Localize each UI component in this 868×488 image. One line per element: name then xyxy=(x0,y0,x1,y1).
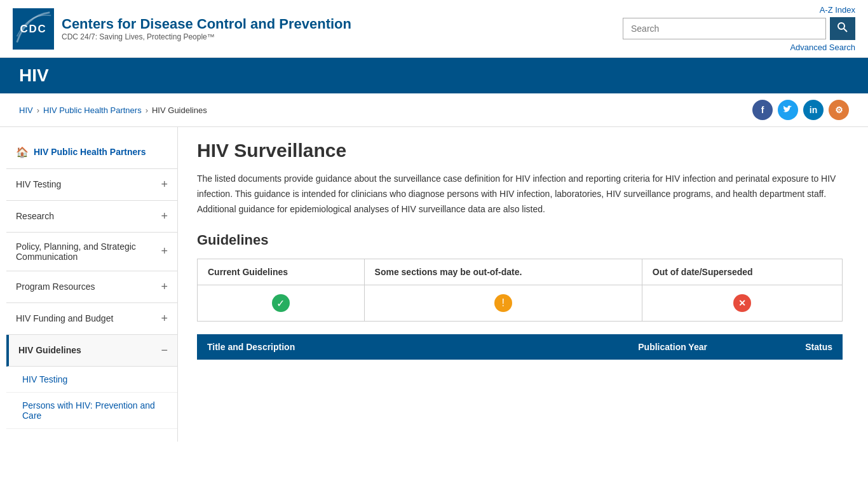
legend-check-cell: ✓ xyxy=(198,285,365,322)
page-intro: The listed documents provide guidance ab… xyxy=(197,172,843,217)
sidebar-home-link[interactable]: 🏠 HIV Public Health Partners xyxy=(6,140,177,169)
sidebar-home-label: HIV Public Health Partners xyxy=(34,146,146,159)
sidebar-expand-hiv-testing: + xyxy=(161,178,168,191)
top-bar: CDC Centers for Disease Control and Prev… xyxy=(0,0,868,58)
sidebar-item-policy[interactable]: Policy, Planning, and Strategic Communic… xyxy=(6,233,177,271)
guidelines-section-title: Guidelines xyxy=(197,232,843,248)
warn-icon: ! xyxy=(494,294,512,312)
breadcrumb-bar: HIV › HIV Public Health Partners › HIV G… xyxy=(0,93,868,127)
logo-text: Centers for Disease Control and Preventi… xyxy=(62,16,351,41)
content-area: HIV Surveillance The listed documents pr… xyxy=(178,127,862,442)
data-table-year-col: Publication Year xyxy=(482,334,717,360)
check-icon: ✓ xyxy=(272,294,290,312)
sidebar-expand-hiv-funding: + xyxy=(161,312,168,325)
sidebar-expand-hiv-guidelines: − xyxy=(161,344,168,357)
main-container: 🏠 HIV Public Health Partners HIV Testing… xyxy=(0,127,868,442)
legend-col3-header: Out of date/Superseded xyxy=(642,259,842,285)
error-icon: ✕ xyxy=(733,294,751,312)
syndicator-icon[interactable]: ⚙ xyxy=(829,100,849,120)
cdc-logo: CDC xyxy=(13,8,54,50)
breadcrumb-current: HIV Guidelines xyxy=(152,105,207,115)
sidebar-item-research[interactable]: Research + xyxy=(6,201,177,233)
cdc-logo-svg: CDC xyxy=(14,8,53,50)
data-table-status-col: Status xyxy=(717,334,843,360)
home-icon: 🏠 xyxy=(16,146,29,158)
hiv-banner: HIV xyxy=(0,58,868,93)
sidebar-sub-hiv-testing-label: HIV Testing xyxy=(22,374,67,384)
facebook-icon[interactable]: f xyxy=(752,100,773,120)
header-right: A-Z Index Advanced Search xyxy=(623,5,855,52)
sidebar-expand-policy: + xyxy=(161,245,168,258)
legend-col1-header: Current Guidelines xyxy=(198,259,365,285)
sidebar-expand-program-resources: + xyxy=(161,280,168,294)
social-icons: f in ⚙ xyxy=(752,100,849,120)
breadcrumb-partners[interactable]: HIV Public Health Partners xyxy=(43,105,142,115)
data-table-header-row: Title and Description Publication Year S… xyxy=(197,334,843,360)
breadcrumb-sep-2: › xyxy=(146,105,148,115)
breadcrumb-hiv[interactable]: HIV xyxy=(19,105,33,115)
sidebar-item-program-resources[interactable]: Program Resources + xyxy=(6,271,177,303)
page-title: HIV Surveillance xyxy=(197,140,843,161)
search-button[interactable] xyxy=(830,17,855,40)
sidebar-item-hiv-guidelines-label: HIV Guidelines xyxy=(18,345,81,355)
svg-text:CDC: CDC xyxy=(20,23,46,35)
svg-line-3 xyxy=(844,29,847,32)
sidebar-item-hiv-guidelines[interactable]: HIV Guidelines − xyxy=(6,335,177,367)
legend-warn-cell: ! xyxy=(364,285,642,322)
breadcrumb-sep-1: › xyxy=(37,105,39,115)
guidelines-legend-table: Current Guidelines Some sections may be … xyxy=(197,259,843,322)
sidebar-expand-research: + xyxy=(161,210,168,223)
linkedin-icon[interactable]: in xyxy=(803,100,824,120)
logo-area: CDC Centers for Disease Control and Prev… xyxy=(13,8,351,50)
sidebar-item-policy-label: Policy, Planning, and Strategic Communic… xyxy=(16,241,161,262)
sidebar-item-research-label: Research xyxy=(16,211,54,221)
sidebar-item-hiv-testing[interactable]: HIV Testing + xyxy=(6,169,177,201)
search-input[interactable] xyxy=(623,18,826,39)
az-index-link[interactable]: A-Z Index xyxy=(820,5,855,15)
sidebar-item-hiv-funding-label: HIV Funding and Budget xyxy=(16,313,113,323)
hiv-banner-text: HIV xyxy=(19,65,49,85)
sidebar: 🏠 HIV Public Health Partners HIV Testing… xyxy=(6,127,178,442)
twitter-icon[interactable] xyxy=(778,100,798,120)
logo-subtitle: CDC 24/7: Saving Lives, Protecting Peopl… xyxy=(62,32,351,41)
legend-error-cell: ✕ xyxy=(642,285,842,322)
sidebar-item-hiv-testing-label: HIV Testing xyxy=(16,179,61,189)
logo-title: Centers for Disease Control and Preventi… xyxy=(62,16,351,32)
svg-point-2 xyxy=(838,23,844,29)
sidebar-sub-persons-hiv-label: Persons with HIV: Prevention and Care xyxy=(22,400,155,421)
data-table-title-col: Title and Description xyxy=(197,334,482,360)
breadcrumb: HIV › HIV Public Health Partners › HIV G… xyxy=(19,105,207,115)
legend-col2-header: Some sections may be out-of-date. xyxy=(364,259,642,285)
data-table: Title and Description Publication Year S… xyxy=(197,334,843,360)
sidebar-item-hiv-funding[interactable]: HIV Funding and Budget + xyxy=(6,303,177,335)
search-row xyxy=(623,17,855,40)
legend-icons-row: ✓ ! ✕ xyxy=(198,285,843,322)
sidebar-sub-persons-hiv[interactable]: Persons with HIV: Prevention and Care xyxy=(6,393,177,429)
sidebar-sub-hiv-testing[interactable]: HIV Testing xyxy=(6,367,177,393)
advanced-search-link[interactable]: Advanced Search xyxy=(790,43,855,52)
sidebar-item-program-resources-label: Program Resources xyxy=(16,281,95,292)
